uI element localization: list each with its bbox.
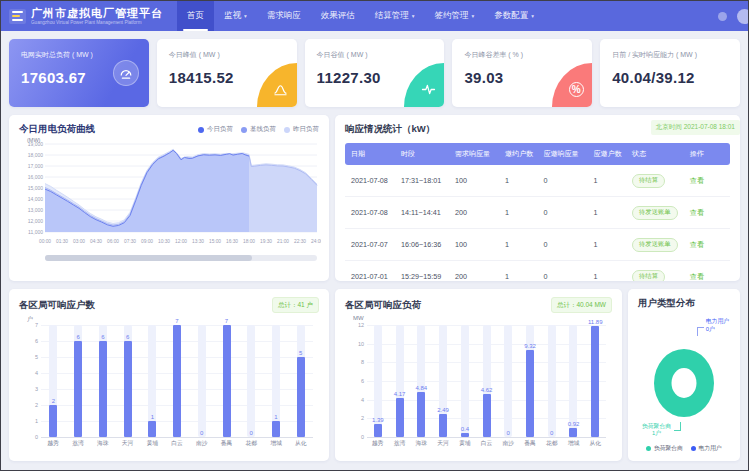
category-label: 番禺: [214, 439, 239, 450]
bar-南沙: 0: [497, 325, 519, 437]
chart-scrollbar-handle[interactable]: [45, 255, 252, 261]
bar-番禺: 9.32: [519, 325, 541, 437]
chart-scrollbar[interactable]: [45, 255, 317, 261]
legend-item-1[interactable]: 基线负荷: [241, 125, 276, 134]
donut-label-power-user-name: 电力用户: [706, 318, 729, 326]
donut-label-aggregator-count: 1户: [642, 430, 671, 438]
notification-icon[interactable]: [718, 12, 727, 21]
bar-花都: 0: [541, 325, 563, 437]
nav-item-label: 签约管理: [435, 10, 469, 22]
kpi-row: 电网实时总负荷 ( MW )17603.67今日峰值 ( MW )18415.5…: [9, 39, 740, 107]
bar-plot-area: 0123456726661707015: [41, 325, 313, 437]
cell-response: 0: [537, 197, 587, 229]
nav-item-0[interactable]: 首页: [177, 1, 214, 31]
cell-status: 待发送账单: [626, 229, 684, 261]
pie-legend-dot: [646, 446, 651, 451]
category-label: 从化: [288, 439, 313, 450]
legend-dot: [241, 127, 247, 133]
donut-label-power-user: 电力用户 0户: [706, 318, 729, 333]
category-label: 白云: [476, 439, 498, 450]
column-header: 应邀户数: [588, 143, 627, 165]
nav-item-1[interactable]: 监视▾: [214, 1, 257, 31]
response-table-body: 2021-07-0817:31~18:01100101待结算查看2021-07-…: [345, 165, 730, 281]
nav-item-label: 效果评估: [321, 10, 355, 22]
response-table: 日期时段需求响应量邀约户数应邀响应量应邀户数状态操作 2021-07-0817:…: [345, 143, 730, 281]
legend-item-2[interactable]: 昨日负荷: [284, 125, 319, 134]
view-link[interactable]: 查看: [690, 176, 704, 185]
district-load-title: 各区局可响应负荷: [345, 299, 421, 312]
svg-text:14,000: 14,000: [28, 196, 44, 202]
nav-item-label: 参数配置: [494, 10, 528, 22]
y-tick-label: 10: [351, 341, 364, 347]
bar-track: [504, 325, 512, 437]
district-users-title: 各区局可响应户数: [19, 299, 95, 312]
district-load-head: 各区局可响应负荷 总计：40.04 MW: [345, 297, 612, 313]
cell-demand: 100: [449, 165, 499, 197]
column-header: 时段: [395, 143, 449, 165]
pie-legend-item-0[interactable]: 负荷聚合商: [646, 444, 682, 453]
district-users-head: 各区局可响应户数 总计：41 户: [19, 297, 319, 313]
middle-row: 今日用电负荷曲线 今日负荷基线负荷昨日负荷 (MW)11,00012,00013…: [9, 115, 740, 281]
svg-text:16:30: 16:30: [226, 239, 238, 244]
cell-response: 0: [537, 261, 587, 282]
view-link[interactable]: 查看: [690, 208, 704, 217]
bar: [74, 341, 82, 437]
cell-demand: 100: [449, 229, 499, 261]
bar-天河: 2.49: [432, 325, 454, 437]
svg-text:13,000: 13,000: [28, 207, 44, 213]
y-tick-label: 8: [351, 359, 364, 365]
donut-label-power-user-count: 0户: [706, 326, 729, 334]
bar-value-label: 7: [210, 318, 243, 324]
svg-text:01:30: 01:30: [56, 239, 68, 244]
view-link[interactable]: 查看: [690, 272, 704, 281]
nav-item-2[interactable]: 需求响应: [257, 1, 311, 31]
nav-item-label: 需求响应: [267, 10, 301, 22]
bar-track: [247, 325, 255, 437]
response-stats-title: 响应情况统计（kW）: [345, 123, 435, 136]
cell-responded: 1: [588, 197, 627, 229]
svg-text:12:00: 12:00: [175, 239, 187, 244]
cell-invited: 1: [499, 197, 538, 229]
y-tick-label: 12: [351, 322, 364, 328]
district-users-total-badge: 总计：41 户: [272, 297, 319, 313]
bar-增城: 0.92: [563, 325, 585, 437]
svg-text:19:30: 19:30: [260, 239, 272, 244]
brand-logo-icon: [9, 9, 26, 24]
legend-dot: [284, 127, 290, 133]
category-label: 花都: [239, 439, 264, 450]
bar: [569, 428, 577, 437]
kpi-label: 电网实时总负荷 ( MW ): [21, 50, 137, 60]
cell-demand: 200: [449, 197, 499, 229]
status-badge: 待结算: [632, 270, 665, 282]
category-label: 黄埔: [140, 439, 165, 450]
bar-越秀: 1.39: [367, 325, 389, 437]
chevron-down-icon: ▾: [244, 13, 247, 19]
bar: [461, 433, 469, 437]
chevron-down-icon: ▾: [412, 13, 415, 19]
y-tick-label: 6: [25, 338, 38, 344]
category-label: 白云: [165, 439, 190, 450]
kpi-label: 今日峰谷差率 ( % ): [464, 50, 580, 60]
user-avatar[interactable]: [737, 9, 749, 24]
nav-item-3[interactable]: 效果评估: [311, 1, 365, 31]
bar-value-label: 11.89: [580, 319, 610, 325]
svg-text:11,000: 11,000: [28, 229, 43, 235]
table-row: 2021-07-0814:11~14:41200101待发送账单查看: [345, 197, 730, 229]
district-load-panel: 各区局可响应负荷 总计：40.04 MW MW0246810121.394.17…: [335, 289, 622, 461]
top-navbar: 广州市虚拟电厂管理平台 Guangzhou Virtual Power Plan…: [1, 1, 748, 31]
y-tick-label: 4: [25, 370, 38, 376]
bar: [148, 421, 156, 437]
view-link[interactable]: 查看: [690, 240, 704, 249]
bar: [483, 394, 491, 437]
bar-track: [461, 325, 469, 437]
pie-legend-item-1[interactable]: 电力用户: [691, 444, 722, 453]
category-label: 天河: [115, 439, 140, 450]
nav-item-4[interactable]: 结算管理▾: [365, 1, 425, 31]
bar-从化: 5: [288, 325, 313, 437]
legend-item-0[interactable]: 今日负荷: [198, 125, 233, 134]
district-users-chart: 户0123456726661707015越秀荔湾海珠天河黄埔白云南沙番禺花都增城…: [19, 316, 319, 450]
nav-item-6[interactable]: 参数配置▾: [484, 1, 544, 31]
nav-item-5[interactable]: 签约管理▾: [425, 1, 485, 31]
bar: [272, 421, 280, 437]
y-tick-label: 7: [25, 322, 38, 328]
